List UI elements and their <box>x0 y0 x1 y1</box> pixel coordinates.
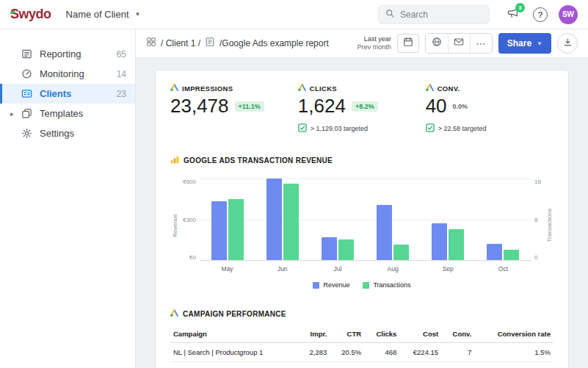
date-range-line2: Prev month <box>357 43 391 51</box>
kpi-label: CLICKS <box>310 84 337 93</box>
table-cell: 1.5% <box>474 343 553 362</box>
y-axis-tick: 16 <box>534 178 541 185</box>
search-input[interactable] <box>400 10 482 20</box>
monitoring-icon <box>21 68 32 79</box>
kpi-clicks: CLICKS1,624+8.2%> 1,129.03 targeted <box>298 84 426 134</box>
breadcrumb-report[interactable]: /Google Ads example report <box>219 38 329 48</box>
google-ads-icon <box>426 84 434 93</box>
sidebar-item-label: Monitoring <box>40 68 84 79</box>
kpi-label: CONV. <box>438 84 460 93</box>
y-axis-tick: €300 <box>183 217 196 223</box>
sidebar: Reporting65Monitoring14Clients23▸Templat… <box>0 29 136 368</box>
report-actions-group: ⋯ <box>425 33 493 54</box>
google-ads-icon <box>170 309 178 318</box>
bar-revenue-jun <box>266 178 282 260</box>
sidebar-item-count: 65 <box>117 49 126 59</box>
bar-group-jun <box>266 178 300 260</box>
reporting-icon <box>21 48 32 59</box>
campaign-table-section: CAMPAIGN PERFORMANCE CampaignImpr.CTRCli… <box>170 309 553 368</box>
report-canvas: IMPRESSIONS23,478+11.1%CLICKS1,624+8.2%>… <box>136 58 588 368</box>
x-axis-tick: Sep <box>431 265 465 273</box>
sidebar-item-label: Settings <box>40 128 74 139</box>
table-column-header: Impr. <box>299 325 330 343</box>
sidebar-item-count: 23 <box>117 89 126 99</box>
swydo-logo[interactable]: Swydo <box>10 7 51 22</box>
chevron-down-icon: ▼ <box>537 40 542 47</box>
expand-caret-icon[interactable]: ▸ <box>10 110 14 118</box>
kpi-target-text: > 1,129.03 targeted <box>311 125 368 132</box>
table-cell: 7 <box>441 343 474 362</box>
kpi-delta-badge: 0.0% <box>453 103 468 110</box>
sidebar-item-label: Reporting <box>40 48 81 59</box>
table-cell: €835.89 <box>399 362 441 368</box>
date-range-selector[interactable]: Last year Prev month <box>357 35 391 52</box>
kpi-impressions: IMPRESSIONS23,478+11.1% <box>170 84 298 134</box>
chart-plot <box>200 178 531 261</box>
web-view-button[interactable] <box>426 34 448 53</box>
client-selector-dropdown[interactable]: Name of Client ▼ <box>66 9 141 20</box>
kpi-target-text: > 22.58 targeted <box>438 125 487 132</box>
right-axis-label: Transactions <box>545 178 553 273</box>
kpi-delta-badge: +11.1% <box>235 101 264 112</box>
download-icon <box>563 37 573 50</box>
table-column-header: Clicks <box>364 325 399 343</box>
legend-label: Revenue <box>323 281 349 289</box>
share-button[interactable]: Share ▼ <box>498 33 551 54</box>
table-body: NL | Search | Productgroup 12,28320.5%46… <box>170 343 553 368</box>
y-axis-tick: €0 <box>183 254 196 261</box>
table-row: NL | Search | Productgroup 12,28320.5%46… <box>170 343 553 362</box>
calendar-button[interactable] <box>397 34 419 53</box>
sidebar-item-label: Clients <box>40 88 71 99</box>
table-column-header: Conversion rate <box>474 325 553 343</box>
table-cell: 216 <box>364 362 399 368</box>
table-row: NL | Search | Productgroup 24,4654.84%21… <box>170 362 553 368</box>
templates-icon <box>21 108 32 119</box>
bar-revenue-sep <box>432 223 447 260</box>
email-report-button[interactable] <box>448 34 470 53</box>
right-axis-ticks: 1680 <box>531 178 545 261</box>
gridline <box>200 178 531 179</box>
calendar-icon <box>403 37 413 50</box>
sidebar-item-templates[interactable]: ▸Templates <box>0 104 135 123</box>
bar-transactions-sep <box>449 229 464 260</box>
google-ads-icon <box>298 84 306 93</box>
help-icon: ? <box>533 7 548 22</box>
google-ads-icon <box>170 84 178 93</box>
bar-group-oct <box>486 178 520 260</box>
main-area: / Client 1 / /Google Ads example report … <box>136 29 588 368</box>
kpi-row: IMPRESSIONS23,478+11.1%CLICKS1,624+8.2%>… <box>170 84 553 134</box>
sidebar-item-clients[interactable]: Clients23 <box>0 84 135 104</box>
bar-chart-icon <box>170 156 179 165</box>
x-axis-tick: Jun <box>266 265 300 273</box>
bar-group-may <box>211 178 244 260</box>
bar-revenue-oct <box>487 244 502 260</box>
chart-x-labels: MayJunJulAugSepOct <box>200 261 531 273</box>
search-box[interactable] <box>378 5 490 24</box>
sidebar-item-monitoring[interactable]: Monitoring14 <box>0 64 135 84</box>
x-axis-tick: May <box>211 265 244 273</box>
chart-legend: RevenueTransactions <box>170 281 553 289</box>
breadcrumb-client[interactable]: / Client 1 / <box>161 38 200 48</box>
legend-item-revenue: Revenue <box>313 281 349 289</box>
announcements-button[interactable]: 3 <box>504 6 522 24</box>
download-button[interactable] <box>557 33 578 54</box>
bar-transactions-jun <box>283 184 299 260</box>
bar-transactions-jul <box>338 239 354 260</box>
sidebar-item-settings[interactable]: Settings <box>0 123 135 143</box>
legend-item-transactions: Transactions <box>363 281 410 289</box>
table-column-header: Conv. <box>441 325 474 343</box>
help-button[interactable]: ? <box>531 6 549 24</box>
sidebar-item-reporting[interactable]: Reporting65 <box>0 44 135 64</box>
chart: Revenue €600€300€0 MayJunJulAugSepOct 16… <box>170 178 553 273</box>
bar-group-sep <box>431 178 465 260</box>
x-axis-tick: Oct <box>486 265 520 273</box>
report-card: IMPRESSIONS23,478+11.1%CLICKS1,624+8.2%>… <box>155 70 569 368</box>
user-avatar[interactable]: SW <box>559 5 578 24</box>
table-cell: 14 <box>441 362 474 368</box>
sidebar-nav: Reporting65Monitoring14Clients23▸Templat… <box>0 44 135 143</box>
report-doc-icon <box>205 37 215 50</box>
check-icon <box>426 123 435 134</box>
table-title: CAMPAIGN PERFORMANCE <box>183 310 286 318</box>
y-axis-tick: €600 <box>183 178 196 185</box>
more-options-button[interactable]: ⋯ <box>470 34 492 53</box>
